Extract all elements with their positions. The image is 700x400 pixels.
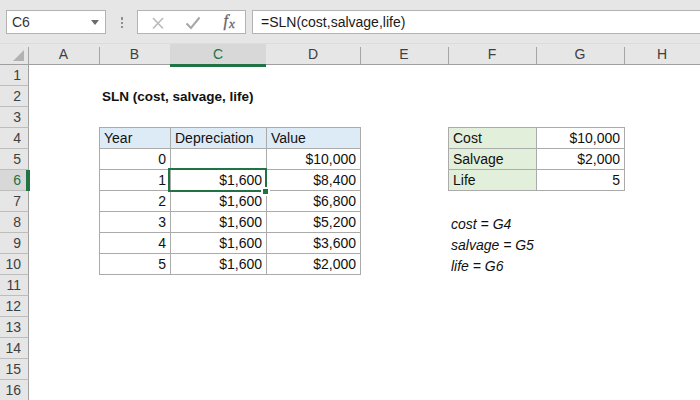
svg-text:x: x [228,16,235,31]
